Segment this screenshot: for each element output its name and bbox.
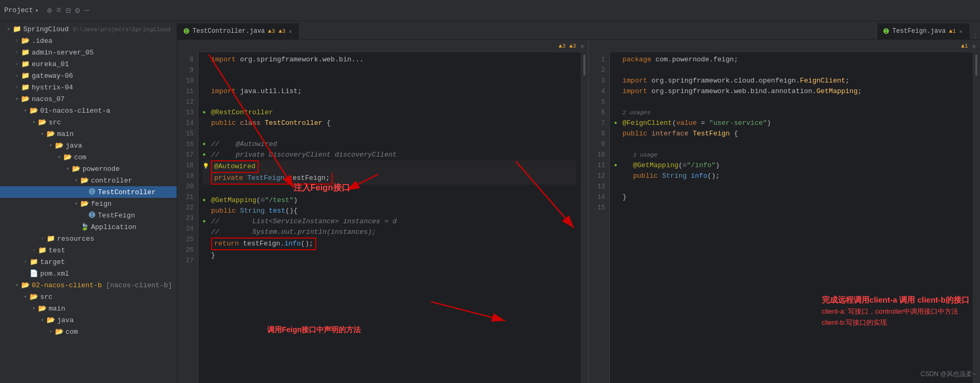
expand-header-icon[interactable]: ∧ [580, 43, 584, 50]
sidebar-item-main[interactable]: ▾ 📂 main [0, 128, 177, 140]
folder-icon: 📂 [80, 176, 89, 185]
right-scrollbar[interactable] [973, 52, 980, 383]
minus-icon[interactable]: — [84, 6, 89, 15]
sidebar-item-test[interactable]: › 📁 test [0, 244, 177, 256]
sidebar-item-controller[interactable]: ▾ 📂 controller [0, 175, 177, 186]
tree-root[interactable]: ▾ 📁 SpringCloud D:\Java\projects\SpringC… [0, 23, 177, 35]
sidebar-item-admin-server[interactable]: › 📁 admin-server_05 [0, 47, 177, 58]
folder-icon: 📂 [47, 316, 55, 324]
code-line: import org.springframework.web.bind.anno… [614, 86, 968, 97]
code-line [614, 139, 968, 150]
xml-icon: 📄 [30, 269, 38, 278]
code-text: // List<ServiceInstance> instances = d [211, 216, 397, 227]
tree-label: target [40, 258, 65, 266]
sidebar-item-eureka[interactable]: › 📁 eureka_01 [0, 58, 177, 70]
java-class-icon: 🅒 [89, 188, 96, 196]
code-line [203, 76, 576, 86]
main-layout: ▾ 📁 SpringCloud D:\Java\projects\SpringC… [0, 21, 980, 383]
settings-icon[interactable]: ⚙ [75, 5, 80, 16]
tree-label: 01-nacos-client-a [40, 107, 111, 115]
sidebar-item-powernode[interactable]: ▾ 📂 powernode [0, 163, 177, 175]
tree-label: resources [57, 235, 94, 243]
code-line [203, 261, 576, 271]
sidebar-item-hystrix[interactable]: › 📁 hystrix-04 [0, 81, 177, 93]
tree-label: powernode [83, 165, 120, 173]
expand-arrow-icon: ▾ [38, 131, 47, 137]
sidebar-item-pom[interactable]: 📄 pom.xml [0, 268, 177, 279]
folder-icon: 📁 [13, 25, 21, 33]
sidebar-item-target[interactable]: › 📁 target [0, 256, 177, 268]
tree-label: admin-server_05 [32, 49, 94, 57]
code-text: @RestController [211, 107, 273, 118]
tree-label: nacos_07 [32, 95, 65, 103]
code-line [614, 181, 968, 192]
right-code-content[interactable]: package com.powernode.feign; import org.… [610, 52, 973, 383]
folder-icon: 📂 [21, 281, 30, 289]
expand-icon: › [21, 259, 30, 265]
sidebar-item-application[interactable]: 🍃 Application [0, 221, 177, 233]
toolbar-icons: ⊕ ≡ ⊟ ⚙ — [47, 5, 89, 16]
sidebar-item-nacos07[interactable]: ▾ 📂 nacos_07 [0, 93, 177, 105]
tree-label: 02-nacos-client-b [nacos-client-b] [32, 281, 172, 289]
sidebar-item-com[interactable]: ▾ 📂 com [0, 151, 177, 163]
expand-arrow-icon: ▾ [21, 107, 30, 114]
sidebar-item-feign[interactable]: ▾ 📂 feign [0, 198, 177, 209]
tree-label: com [74, 153, 86, 161]
sidebar-item-nacos-client-a[interactable]: ▾ 📂 01-nacos-client-a [0, 105, 177, 116]
expand-icon: › [13, 50, 21, 56]
tab-testfeign[interactable]: 🅘 TestFeign.java ▲1 ✕ [876, 23, 969, 39]
tree-label: feign [91, 200, 112, 208]
tree-label: pom.xml [40, 270, 69, 278]
sidebar-item-src[interactable]: ▾ 📂 src [0, 116, 177, 128]
expand-icon: › [38, 236, 47, 242]
folder-icon: 📂 [80, 199, 89, 208]
folder-icon: 📂 [21, 37, 30, 45]
code-line: } [614, 192, 968, 203]
sidebar-item-testfeign[interactable]: 🅘 TestFeign [0, 209, 177, 221]
expand-arrow-icon: ▾ [47, 142, 55, 149]
code-line: ● // private DiscoveryClient discoveryCl… [203, 150, 576, 160]
sidebar-item-resources[interactable]: › 📁 resources [0, 233, 177, 244]
sidebar-item-main-b[interactable]: ▾ 📂 main [0, 303, 177, 314]
right-code-area: 1 2 3 4 5 6 7 8 9 10 11 12 13 [589, 52, 980, 383]
list-icon[interactable]: ≡ [56, 6, 61, 15]
project-selector[interactable]: Project ▾ [4, 6, 39, 14]
spring-icon: 🍃 [80, 223, 89, 231]
code-line: public interface TestFeign { [614, 129, 968, 139]
sidebar-item-com-b[interactable]: ▾ 📂 com [0, 326, 177, 338]
tab-close-icon[interactable]: ✕ [289, 28, 292, 35]
sidebar-item-gateway[interactable]: › 📁 gateway-06 [0, 70, 177, 81]
folder-icon: 📁 [21, 60, 30, 68]
sidebar-item-java-b[interactable]: ▾ 📂 java [0, 314, 177, 326]
code-text: import java.util.List; [211, 86, 302, 97]
code-text: // System.out.println(instances); [211, 227, 376, 238]
left-code-content[interactable]: import org.springframework.web.bin... im… [198, 52, 581, 383]
split-icon[interactable]: ⊟ [66, 5, 71, 16]
tree-label: java [66, 142, 82, 150]
expand-header-right-icon[interactable]: ∧ [972, 43, 976, 50]
top-toolbar: Project ▾ ⊕ ≡ ⊟ ⚙ — [0, 0, 980, 21]
more-tabs-icon[interactable]: ⋮ [973, 33, 978, 39]
sync-icon[interactable]: ⊕ [47, 5, 52, 16]
tree-label: java [57, 316, 74, 324]
tab-testcontroller[interactable]: 🅒 TestController.java ▲3 ▲3 ✕ [177, 23, 299, 39]
sidebar-item-src-b[interactable]: ▾ 📂 src [0, 291, 177, 303]
sidebar-item-java[interactable]: ▾ 📂 java [0, 140, 177, 151]
watermark: CSDN @风也温柔~ [920, 370, 976, 379]
code-line [203, 185, 576, 195]
folder-icon: 📁 [47, 234, 55, 243]
folder-icon: 📁 [21, 48, 30, 57]
folder-icon: 📁 [21, 71, 30, 80]
code-line: // System.out.println(instances); [203, 227, 576, 238]
code-line: import org.springframework.web.bin... [203, 54, 576, 65]
tab-close-icon[interactable]: ✕ [959, 28, 963, 35]
code-text: import org.springframework.web.bin... [211, 54, 364, 65]
code-text: public class TestController { [211, 118, 331, 129]
left-scrollbar[interactable] [581, 52, 588, 383]
code-text: private TestFeign testFeign; [211, 173, 333, 185]
sidebar-item-testcontroller[interactable]: 🅒 TestController [0, 186, 177, 198]
sidebar-item-nacos-client-b[interactable]: ▾ 📂 02-nacos-client-b [nacos-client-b] [0, 279, 177, 291]
code-line [203, 97, 576, 107]
sidebar-item-idea[interactable]: › 📂 .idea [0, 35, 177, 47]
code-line-testfeign-field: private TestFeign testFeign; [203, 173, 576, 185]
